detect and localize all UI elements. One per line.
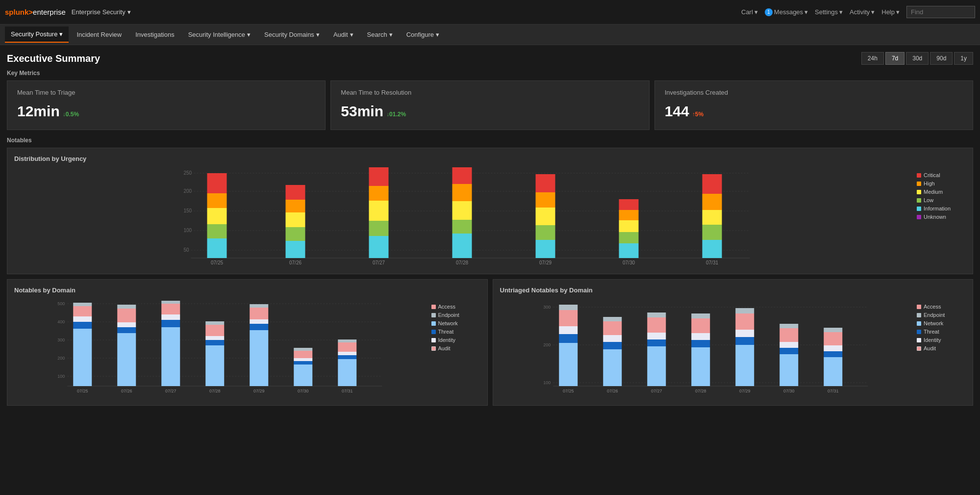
help-menu[interactable]: Help ▾ xyxy=(881,8,900,16)
messages-chevron-icon: ▾ xyxy=(804,8,808,16)
svg-rect-30 xyxy=(117,333,136,386)
time-filter-7d[interactable]: 7d xyxy=(885,52,905,65)
svg-rect-48 xyxy=(250,330,268,386)
svg-text:07/29: 07/29 xyxy=(539,260,552,265)
svg-rect-109 xyxy=(824,351,842,357)
app-name-dropdown[interactable]: Enterprise Security ▾ xyxy=(72,8,131,16)
svg-rect-98 xyxy=(735,330,754,337)
urgency-chart-svg-wrap: 250 200 150 100 50 xyxy=(14,167,912,267)
metric-value-investigations: 144 ↑5% xyxy=(665,103,963,120)
svg-text:07/31: 07/31 xyxy=(342,389,353,393)
svg-rect-44 xyxy=(205,336,224,340)
bar-07-29-medium xyxy=(536,208,555,225)
nav-audit[interactable]: Audit ▾ xyxy=(327,27,359,42)
svg-text:07/30: 07/30 xyxy=(623,260,635,265)
svg-rect-64 xyxy=(338,339,356,342)
bar-07-29-low xyxy=(536,225,555,240)
svg-rect-37 xyxy=(161,320,180,327)
svg-text:200: 200 xyxy=(57,356,65,361)
nav-investigations[interactable]: Investigations xyxy=(129,27,180,42)
bar-07-25-high xyxy=(207,193,227,208)
svg-rect-94 xyxy=(691,313,710,318)
urgency-chart-title: Distribution by Urgency xyxy=(14,155,966,162)
untriaged-legend-access: Access xyxy=(917,304,966,310)
bar-07-27-high xyxy=(369,186,389,201)
svg-rect-73 xyxy=(559,334,578,343)
svg-rect-49 xyxy=(250,324,268,330)
svg-rect-100 xyxy=(735,308,754,313)
nav-security-domains[interactable]: Security Domains ▾ xyxy=(258,27,326,42)
settings-chevron-icon: ▾ xyxy=(839,8,843,16)
svg-rect-90 xyxy=(691,347,710,386)
bar-07-27-info xyxy=(369,236,389,258)
user-chevron-icon: ▾ xyxy=(754,8,758,16)
svg-rect-78 xyxy=(603,349,622,386)
svg-text:07/25: 07/25 xyxy=(77,389,88,393)
svg-text:400: 400 xyxy=(57,319,65,324)
key-metrics-label: Key Metrics xyxy=(7,70,973,77)
time-filter-24h[interactable]: 24h xyxy=(861,52,884,65)
untriaged-chart-svg-wrap: 300 200 100 07/25 xyxy=(500,299,912,398)
nav-search[interactable]: Search ▾ xyxy=(361,27,399,42)
svg-rect-36 xyxy=(161,327,180,386)
svg-rect-93 xyxy=(691,318,710,333)
metric-title-triage: Mean Time to Triage xyxy=(17,89,315,96)
metric-card-triage: Mean Time to Triage 12min ↓0.5% xyxy=(7,80,326,130)
time-filter-90d[interactable]: 90d xyxy=(930,52,953,65)
svg-text:07/30: 07/30 xyxy=(783,389,794,393)
svg-rect-60 xyxy=(338,359,356,386)
top-navigation: splunk>enterprise Enterprise Security ▾ … xyxy=(0,0,980,25)
bar-07-26-medium xyxy=(286,212,305,227)
svg-rect-43 xyxy=(205,340,224,345)
svg-text:07/27: 07/27 xyxy=(651,389,662,393)
domain-bar-07-25-endpoint xyxy=(73,303,92,306)
svg-text:07/28: 07/28 xyxy=(695,389,706,393)
messages-menu[interactable]: 1 Messages ▾ xyxy=(765,8,808,16)
security-posture-chevron-icon: ▾ xyxy=(59,30,63,38)
bar-07-27-low xyxy=(369,221,389,236)
find-input[interactable] xyxy=(906,6,975,18)
svg-rect-38 xyxy=(161,314,180,320)
svg-rect-61 xyxy=(338,355,356,359)
nav-security-posture[interactable]: Security Posture ▾ xyxy=(5,26,69,43)
svg-rect-99 xyxy=(735,313,754,330)
bar-07-28-high xyxy=(452,184,472,201)
secondary-navigation: Security Posture ▾ Incident Review Inves… xyxy=(0,25,980,45)
bar-07-27-critical xyxy=(369,167,389,186)
nav-configure[interactable]: Configure ▾ xyxy=(401,27,445,42)
legend-high: High xyxy=(917,181,966,186)
urgency-chart-card: Distribution by Urgency 250 200 150 100 … xyxy=(7,148,973,274)
page-title: Executive Summary xyxy=(7,53,100,64)
key-metrics-row: Mean Time to Triage 12min ↓0.5% Mean Tim… xyxy=(7,80,973,130)
svg-rect-97 xyxy=(735,337,754,345)
svg-rect-40 xyxy=(161,301,180,304)
svg-rect-105 xyxy=(779,328,798,342)
nav-incident-review[interactable]: Incident Review xyxy=(71,27,127,42)
svg-rect-56 xyxy=(294,358,312,361)
nav-security-intelligence[interactable]: Security Intelligence ▾ xyxy=(182,27,256,42)
bar-07-27-medium xyxy=(369,201,389,221)
svg-text:07/25: 07/25 xyxy=(562,389,574,393)
svg-rect-79 xyxy=(603,342,622,349)
svg-text:200: 200 xyxy=(184,188,192,194)
svg-text:07/29: 07/29 xyxy=(739,389,750,393)
svg-text:07/29: 07/29 xyxy=(253,389,265,393)
metric-card-investigations: Investigations Created 144 ↑5% xyxy=(654,80,973,130)
time-filter-30d[interactable]: 30d xyxy=(906,52,929,65)
svg-rect-32 xyxy=(117,322,136,327)
domain-legend: Access Endpoint Network Threat xyxy=(431,299,480,351)
activity-menu[interactable]: Activity ▾ xyxy=(850,8,875,16)
svg-rect-50 xyxy=(250,319,268,324)
time-filter-1y[interactable]: 1y xyxy=(954,52,973,65)
security-domains-chevron-icon: ▾ xyxy=(316,31,320,38)
settings-menu[interactable]: Settings ▾ xyxy=(815,8,843,16)
user-menu[interactable]: Carl ▾ xyxy=(741,8,758,16)
svg-text:07/31: 07/31 xyxy=(706,260,718,265)
svg-rect-75 xyxy=(559,310,578,326)
metric-value-triage: 12min ↓0.5% xyxy=(17,103,315,120)
svg-rect-111 xyxy=(824,332,842,345)
domain-chart-svg: 500 400 300 200 100 xyxy=(14,299,427,397)
svg-rect-88 xyxy=(647,313,666,317)
untriaged-legend-threat: Threat xyxy=(917,329,966,335)
splunk-logo[interactable]: splunk>enterprise xyxy=(5,8,66,16)
